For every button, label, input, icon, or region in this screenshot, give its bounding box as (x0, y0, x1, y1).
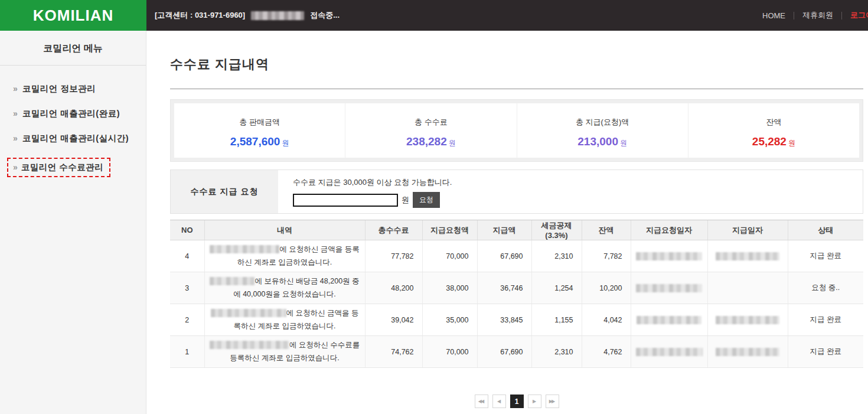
commission-request-section: 수수료 지급 요청 수수료 지급은 30,000원 이상 요청 가능합니다. 원… (170, 169, 863, 214)
customer-center-text: [고객센터 : 031-971-6960] (155, 10, 245, 21)
double-chevron-icon: » (13, 83, 18, 94)
col-total-fee: 총수수료 (365, 220, 422, 240)
table-row: 1 에 요청하신 수수료를 등록하신 계좌로 입금하였습니다. 74,762 7… (170, 336, 863, 368)
nav-logout-link[interactable]: 로그아웃 (850, 10, 868, 21)
redacted-date (636, 348, 703, 356)
col-pay-date: 지급일자 (707, 220, 788, 240)
sidebar: 코밀리언 메뉴 » 코밀리언 정보관리 » 코밀리언 매출관리(완료) » 코밀… (0, 31, 146, 414)
page-title: 수수료 지급내역 (170, 56, 863, 73)
active-item-highlight: » 코밀리언 수수료관리 (7, 158, 110, 177)
redacted-date (716, 316, 779, 324)
card-total-commission: 총 수수료 238,282원 (345, 103, 516, 158)
sidebar-item-sales-realtime[interactable]: » 코밀리언 매출관리(실시간) (0, 133, 146, 158)
table-row: 3 에 보유하신 배당금 48,200원 중에 40,000원을 요청하셨습니다… (170, 272, 863, 304)
request-submit-button[interactable]: 요청 (413, 192, 440, 208)
first-page-button[interactable]: ◀◀ (475, 395, 488, 408)
redacted-name (210, 341, 289, 349)
col-request-amount: 지급요청액 (422, 220, 477, 240)
logo-text: KOMILIAN (33, 6, 114, 25)
redacted-username (251, 11, 304, 20)
request-form: 원 요청 (293, 192, 863, 208)
col-status: 상태 (788, 220, 863, 240)
main-content: 수수료 지급내역 총 판매금액 2,587,600원 총 수수료 238,282… (146, 31, 868, 414)
redacted-date (636, 284, 702, 292)
status-cell: 지급 완료 (788, 304, 863, 336)
card-balance: 잔액 25,282원 (688, 103, 859, 158)
double-chevron-icon: » (13, 108, 18, 119)
col-balance: 잔액 (582, 220, 631, 240)
redacted-name (210, 277, 254, 285)
sidebar-item-info-management[interactable]: » 코밀리언 정보관리 (0, 83, 146, 108)
last-page-button[interactable]: ▶▶ (546, 395, 559, 408)
table-row: 4 에 요청하신 금액을 등록하신 계좌로 입금하였습니다. 77,782 70… (170, 240, 863, 272)
redacted-date (716, 348, 779, 356)
won-unit-label: 원 (402, 195, 409, 206)
redacted-date (716, 252, 779, 260)
status-cell: 지급 완료 (788, 336, 863, 368)
sidebar-title: 코밀리언 메뉴 (0, 31, 146, 66)
total-paid-value: 213,000원 (517, 135, 688, 148)
header-info: [고객센터 : 031-971-6960] 접속중... (146, 0, 340, 31)
table-row: 2 에 요청하신 금액을 등록하신 계좌로 입금하였습니다. 39,042 35… (170, 304, 863, 336)
redacted-name (211, 309, 286, 317)
card-total-paid: 총 지급(요청)액 213,000원 (517, 103, 688, 158)
request-notice: 수수료 지급은 30,000원 이상 요청 가능합니다. (293, 177, 863, 188)
status-cell: 지급 완료 (788, 240, 863, 272)
request-label-cell: 수수료 지급 요청 (171, 170, 278, 213)
status-cell: 요청 중.. (788, 272, 863, 304)
nav-separator (841, 12, 842, 19)
nav-home-link[interactable]: HOME (762, 11, 785, 20)
col-no: NO (170, 220, 204, 240)
col-tax: 세금공제(3.3%) (531, 220, 582, 240)
double-chevron-icon: » (13, 162, 18, 172)
col-request-date: 지급요청일자 (631, 220, 707, 240)
session-status-text: 접속중... (310, 10, 340, 21)
col-description: 내역 (204, 220, 365, 240)
sidebar-menu: » 코밀리언 정보관리 » 코밀리언 매출관리(완료) » 코밀리언 매출관리(… (0, 66, 146, 182)
double-chevron-icon: » (13, 133, 18, 144)
total-sales-value: 2,587,600원 (174, 135, 345, 148)
prev-page-button[interactable]: ◀ (492, 395, 506, 408)
nav-separator (794, 12, 794, 19)
col-paid-amount: 지급액 (477, 220, 531, 240)
top-header-bar: KOMILIAN [고객센터 : 031-971-6960] 접속중... HO… (0, 0, 868, 31)
table-header-row: NO 내역 총수수료 지급요청액 지급액 세금공제(3.3%) 잔액 지급요청일… (170, 220, 863, 240)
commission-history-table: NO 내역 총수수료 지급요청액 지급액 세금공제(3.3%) 잔액 지급요청일… (170, 220, 863, 368)
request-body: 수수료 지급은 30,000원 이상 요청 가능합니다. 원 요청 (278, 170, 863, 213)
sidebar-item-commission-management[interactable]: » 코밀리언 수수료관리 (0, 158, 146, 182)
redacted-name (210, 245, 279, 253)
top-nav: HOME 제휴회원 로그아웃 (762, 0, 868, 31)
logo[interactable]: KOMILIAN (0, 0, 146, 31)
balance-value: 25,282원 (688, 135, 859, 148)
redacted-date (636, 252, 702, 260)
sidebar-item-sales-complete[interactable]: » 코밀리언 매출관리(완료) (0, 108, 146, 133)
title-divider (170, 89, 863, 89)
current-page-button[interactable]: 1 (510, 395, 524, 408)
next-page-button[interactable]: ▶ (528, 395, 541, 408)
request-amount-input[interactable] (293, 194, 398, 207)
card-total-sales: 총 판매금액 2,587,600원 (174, 103, 345, 158)
summary-cards: 총 판매금액 2,587,600원 총 수수료 238,282원 총 지급(요청… (170, 99, 863, 162)
nav-partner-link[interactable]: 제휴회원 (802, 10, 833, 21)
total-commission-value: 238,282원 (345, 135, 516, 148)
pagination: ◀◀ ◀ 1 ▶ ▶▶ (170, 395, 863, 408)
redacted-date (637, 316, 701, 324)
